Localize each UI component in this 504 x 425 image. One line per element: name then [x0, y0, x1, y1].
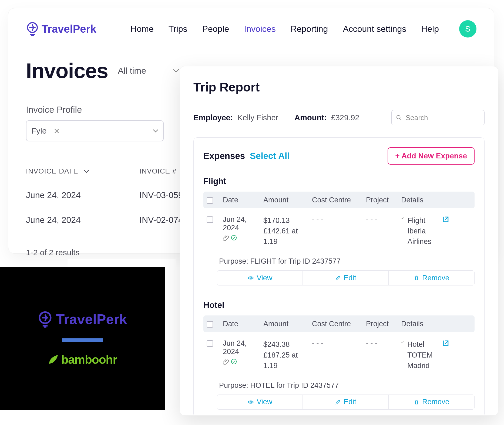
eye-icon [247, 399, 254, 405]
invoice-profile-select[interactable]: Fyle ✕ [26, 120, 164, 141]
col-project: Project [366, 196, 401, 204]
expense-amount-sub: £142.61 at 1.19 [263, 226, 312, 247]
divider [62, 338, 103, 342]
nav-home[interactable]: Home [130, 24, 153, 34]
expense-cost-centre: - - - [312, 215, 366, 224]
travelperk-icon [38, 311, 53, 328]
cell-date: June 24, 2024 [26, 215, 93, 225]
search-icon [396, 115, 402, 121]
partner-bamboo-text: bamboohr [61, 353, 117, 366]
partners-panel: TravelPerk bamboohr [0, 267, 165, 410]
expense-row: Jun 24, 2024 $170.13 £142.61 at 1.19 - -… [203, 208, 475, 250]
row-actions: View Edit Remove [217, 395, 475, 410]
col-details: Details [401, 320, 442, 328]
plane-icon [401, 339, 404, 345]
hotel-heading: Hotel [203, 300, 475, 310]
employee-label: Employee: [193, 113, 233, 122]
col-cost-centre: Cost Centre [312, 320, 366, 328]
view-button[interactable]: View [217, 271, 303, 285]
add-expense-button[interactable]: + Add New Expense [388, 147, 475, 165]
nav-invoices[interactable]: Invoices [244, 24, 275, 34]
expenses-panel: Expenses Select All + Add New Expense Fl… [193, 137, 485, 416]
chevron-down-icon [153, 129, 158, 132]
expense-details: Hotel TOTEM Madrid [407, 339, 442, 371]
nav-help[interactable]: Help [421, 24, 439, 34]
col-date: Date [223, 320, 263, 328]
nav-trips[interactable]: Trips [169, 24, 187, 34]
verified-icon [231, 235, 237, 241]
expense-project: - - - [366, 339, 401, 348]
expense-row: Jun 24, 2024 $243.38 £187.25 at 1.19 - -… [203, 332, 475, 373]
col-details: Details [401, 196, 442, 204]
flight-heading: Flight [203, 176, 475, 186]
time-filter-dropdown[interactable]: All time [118, 66, 179, 76]
row-checkbox[interactable] [207, 340, 213, 347]
svg-line-3 [400, 118, 401, 120]
chip-remove-icon[interactable]: ✕ [54, 127, 60, 135]
col-invoice-date[interactable]: INVOICE DATE [26, 167, 78, 175]
row-checkbox[interactable] [207, 216, 213, 223]
main-nav: Home Trips People Invoices Reporting Acc… [130, 20, 476, 38]
trash-icon [414, 275, 419, 281]
view-button[interactable]: View [217, 395, 303, 409]
open-external-icon[interactable] [442, 339, 458, 347]
expense-date: Jun 24, 2024 [223, 215, 263, 232]
col-date: Date [223, 196, 263, 204]
amount-value: £329.92 [331, 113, 359, 122]
attachment-icon [223, 359, 229, 365]
row-actions: View Edit Remove [217, 270, 475, 285]
amount-label: Amount: [294, 113, 327, 122]
col-amount: Amount [263, 320, 312, 328]
search-placeholder: Search [406, 114, 428, 122]
flight-table-header: Date Amount Cost Centre Project Details [203, 192, 475, 208]
search-input[interactable]: Search [391, 110, 485, 125]
col-project: Project [366, 320, 401, 328]
expense-amount: $170.13 [263, 215, 312, 226]
nav-account-settings[interactable]: Account settings [343, 24, 406, 34]
trash-icon [414, 399, 419, 405]
col-amount: Amount [263, 196, 312, 204]
svg-point-5 [250, 277, 251, 279]
employee-name: Kelly Fisher [237, 113, 278, 122]
report-title: Trip Report [193, 80, 485, 94]
pencil-icon [335, 275, 341, 281]
edit-button[interactable]: Edit [303, 395, 388, 409]
nav-reporting[interactable]: Reporting [291, 24, 328, 34]
report-meta: Employee: Kelly Fisher Amount: £329.92 S… [193, 110, 485, 125]
expense-details: Flight Iberia Airlines [408, 215, 442, 247]
brand-name: TravelPerk [42, 23, 96, 35]
expense-project: - - - [366, 215, 401, 224]
expense-date: Jun 24, 2024 [223, 339, 263, 356]
expense-purpose: Purpose: HOTEL for Trip ID 2437577 [219, 381, 475, 390]
travelperk-partner-logo: TravelPerk [38, 311, 127, 328]
pencil-icon [335, 399, 341, 405]
edit-button[interactable]: Edit [303, 271, 388, 285]
page-title: Invoices [26, 59, 108, 83]
expense-purpose: Purpose: FLIGHT for Trip ID 2437577 [219, 257, 475, 266]
avatar[interactable]: S [459, 20, 476, 38]
partner-travelperk-text: TravelPerk [56, 311, 127, 327]
nav-people[interactable]: People [202, 24, 229, 34]
remove-button[interactable]: Remove [389, 395, 474, 409]
chevron-down-icon [173, 69, 179, 73]
select-all-checkbox[interactable] [207, 321, 213, 328]
remove-button[interactable]: Remove [389, 271, 474, 285]
expense-amount: $243.38 [263, 339, 312, 350]
expense-amount-sub: £187.25 at 1.19 [263, 350, 312, 371]
plane-icon [401, 215, 404, 221]
travelperk-icon [26, 22, 39, 36]
open-external-icon[interactable] [442, 215, 458, 223]
col-cost-centre: Cost Centre [312, 196, 366, 204]
expenses-label: Expenses [203, 151, 245, 161]
brand-logo: TravelPerk [26, 22, 96, 36]
expense-cost-centre: - - - [312, 339, 366, 348]
select-all-checkbox[interactable] [207, 197, 213, 204]
verified-icon [231, 359, 237, 365]
attachment-icon [223, 235, 229, 241]
profile-chip: Fyle [31, 126, 47, 135]
svg-point-7 [250, 401, 251, 403]
cell-date: June 24, 2024 [26, 190, 93, 200]
hotel-table-header: Date Amount Cost Centre Project Details [203, 315, 475, 332]
bamboohr-partner-logo: bamboohr [48, 353, 117, 366]
select-all-link[interactable]: Select All [250, 151, 290, 161]
